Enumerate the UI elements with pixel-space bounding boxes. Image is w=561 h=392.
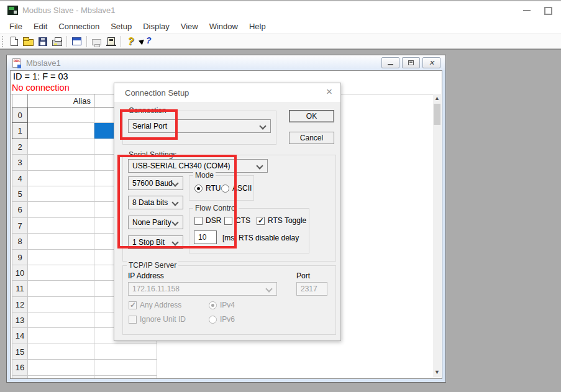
radio-icon: [209, 301, 217, 309]
menu-bar: FileEditConnectionSetupDisplayViewWindow…: [0, 19, 561, 34]
child-minimize-button[interactable]: [381, 57, 399, 68]
child-title-bar[interactable]: Mbslave1 ✕: [7, 55, 445, 70]
grid-corner-header[interactable]: [12, 94, 28, 107]
maximize-button[interactable]: [540, 5, 555, 16]
toolbar-separator: [66, 36, 67, 47]
row-number-cell[interactable]: 12: [12, 297, 28, 312]
row-number-cell[interactable]: 0: [12, 107, 28, 123]
toolbar: [0, 34, 561, 49]
row-number-cell[interactable]: 6: [12, 202, 28, 217]
toolbar-grip[interactable]: [2, 36, 5, 47]
alias-cell[interactable]: [28, 344, 94, 360]
highlight-rectangle-2: [117, 155, 237, 248]
menu-item-setup[interactable]: Setup: [105, 20, 137, 33]
poll-button[interactable]: [89, 35, 104, 48]
alias-cell[interactable]: [28, 250, 94, 265]
print-icon: [52, 40, 62, 46]
function-status-text: ID = 1: F = 03: [13, 71, 68, 81]
new-file-button[interactable]: [7, 35, 21, 48]
value-cell[interactable]: [94, 344, 157, 360]
menu-item-view[interactable]: View: [175, 20, 204, 33]
minimize-button[interactable]: [519, 5, 534, 16]
alias-cell[interactable]: [28, 376, 94, 379]
connection-status-text: No connection: [12, 83, 70, 93]
alias-cell[interactable]: [28, 202, 94, 217]
menu-item-window[interactable]: Window: [204, 20, 244, 33]
alias-cell[interactable]: [28, 234, 94, 249]
port-label: Port: [296, 271, 310, 280]
rts-toggle-checkbox-label: RTS Toggle: [268, 216, 306, 225]
scroll-up-arrow-icon[interactable]: ▲: [433, 94, 441, 103]
alias-cell[interactable]: [28, 312, 94, 328]
row-number-cell[interactable]: 14: [12, 328, 28, 344]
close-icon: ✕: [429, 60, 434, 66]
alias-cell[interactable]: [28, 328, 94, 344]
alias-cell[interactable]: [28, 297, 94, 312]
highlight-rectangle-1: [120, 109, 178, 140]
value-cell[interactable]: [94, 360, 157, 375]
save-button[interactable]: [35, 35, 50, 48]
ignore-unit-id-checkbox[interactable]: Ignore Unit ID: [129, 315, 186, 324]
vertical-scrollbar[interactable]: ▲ ▼: [433, 94, 441, 377]
cancel-button[interactable]: Cancel: [289, 132, 334, 144]
dialog-close-icon[interactable]: ×: [323, 86, 335, 98]
row-number-cell[interactable]: 1: [12, 123, 28, 139]
ip-address-dropdown[interactable]: 172.16.11.158: [128, 282, 277, 296]
alias-cell[interactable]: [28, 186, 94, 202]
tcp-port-input[interactable]: 2317: [296, 282, 327, 296]
row-number-cell[interactable]: 8: [12, 234, 28, 249]
tcpip-server-label: TCP/IP Server: [127, 261, 178, 270]
restore-icon: [408, 60, 414, 65]
child-restore-button[interactable]: [402, 57, 420, 68]
menu-item-connection[interactable]: Connection: [53, 20, 105, 33]
alias-cell[interactable]: [28, 281, 94, 296]
scroll-down-arrow-icon[interactable]: ▼: [433, 368, 441, 377]
alias-cell[interactable]: [28, 155, 94, 170]
ipv6-radio-label: IPv6: [220, 315, 235, 324]
save-icon: [39, 37, 47, 46]
display-setup-button[interactable]: [70, 35, 84, 48]
menu-item-help[interactable]: Help: [244, 20, 271, 33]
alias-cell[interactable]: [28, 139, 94, 155]
open-file-button[interactable]: [21, 35, 35, 48]
row-number-cell[interactable]: 15: [12, 344, 28, 360]
row-number-cell[interactable]: 11: [12, 281, 28, 296]
ipv4-radio-label: IPv4: [220, 301, 235, 309]
context-help-button[interactable]: [138, 35, 152, 48]
alias-cell[interactable]: [28, 360, 94, 375]
help-button[interactable]: [124, 35, 138, 48]
alias-cell[interactable]: [28, 123, 94, 139]
rts-toggle-checkbox[interactable]: RTS Toggle: [257, 216, 306, 225]
row-number-cell[interactable]: 16: [12, 360, 28, 375]
scrollbar-thumb[interactable]: [434, 104, 440, 125]
row-number-cell[interactable]: 4: [12, 171, 28, 186]
dialog-title-bar[interactable]: Connection Setup ×: [114, 83, 340, 102]
value-cell[interactable]: [94, 376, 157, 379]
context-help-icon: [139, 37, 152, 47]
alias-column-header[interactable]: Alias: [28, 94, 94, 107]
menu-item-edit[interactable]: Edit: [28, 20, 53, 33]
row-number-cell[interactable]: 10: [12, 265, 28, 281]
row-number-cell[interactable]: 9: [12, 250, 28, 265]
print-button[interactable]: [50, 35, 64, 48]
ipv4-radio[interactable]: IPv4: [209, 301, 235, 309]
ipv6-radio[interactable]: IPv6: [209, 315, 235, 324]
row-number-cell[interactable]: 7: [12, 218, 28, 234]
row-number-cell[interactable]: 3: [12, 155, 28, 170]
row-number-cell[interactable]: 13: [12, 312, 28, 328]
title-bar: Modbus Slave - Mbslave1: [0, 1, 561, 19]
menu-item-display[interactable]: Display: [137, 20, 175, 33]
alias-cell[interactable]: [28, 265, 94, 281]
row-number-cell[interactable]: 5: [12, 186, 28, 202]
alias-cell[interactable]: [28, 171, 94, 186]
menu-item-file[interactable]: File: [4, 20, 28, 33]
row-number-cell[interactable]: 2: [12, 139, 28, 155]
alias-cell[interactable]: [28, 218, 94, 234]
ok-button[interactable]: OK: [289, 110, 334, 122]
alias-cell[interactable]: [28, 107, 94, 123]
row-number-cell[interactable]: 17: [12, 376, 28, 379]
device-button[interactable]: [104, 35, 118, 48]
child-close-button[interactable]: ✕: [422, 57, 440, 68]
any-address-checkbox[interactable]: Any Address: [129, 301, 181, 309]
toolbar-separator: [86, 36, 87, 47]
